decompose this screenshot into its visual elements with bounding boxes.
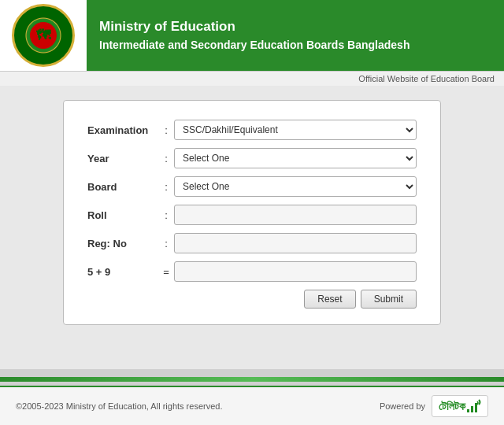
- teletalk-logo: টেলিটক: [432, 395, 488, 417]
- captcha-row: 5 + 9 =: [87, 261, 417, 282]
- footer-right: Powered by টেলিটক: [380, 395, 488, 417]
- green-accent-bar: [0, 377, 504, 382]
- svg-rect-2: [475, 403, 477, 412]
- roll-label: Roll: [87, 209, 158, 221]
- map-icon: 🗺: [36, 28, 50, 44]
- captcha-label: 5 + 9: [87, 266, 158, 278]
- form-container: Examination : SSC/Dakhil/Equivalent HSC/…: [63, 100, 441, 325]
- main-content: Examination : SSC/Dakhil/Equivalent HSC/…: [0, 86, 504, 369]
- teletalk-brand-text: টেলিটক: [439, 400, 465, 413]
- examination-select[interactable]: SSC/Dakhil/Equivalent HSC/Alim/Equivalen…: [174, 120, 417, 140]
- header: 🗺 Ministry of Education Intermediate and…: [0, 0, 504, 71]
- reg-label: Reg: No: [87, 238, 158, 249]
- ministry-title: Ministry of Education: [99, 19, 410, 35]
- reg-input[interactable]: [174, 233, 417, 253]
- roll-row: Roll :: [87, 205, 417, 225]
- year-colon: :: [158, 153, 174, 164]
- year-label: Year: [87, 153, 158, 164]
- reg-colon: :: [158, 238, 174, 249]
- board-select[interactable]: Select One Dhaka Chittagong Rajshahi Syl…: [174, 176, 417, 197]
- logo-inner-circle: 🗺: [30, 22, 57, 49]
- examination-label: Examination: [87, 124, 158, 136]
- ministry-subtitle: Intermediate and Secondary Education Boa…: [99, 38, 410, 52]
- government-seal: 🗺: [12, 4, 75, 67]
- svg-rect-0: [467, 409, 469, 412]
- board-row: Board : Select One Dhaka Chittagong Rajs…: [87, 176, 417, 197]
- header-text-area: Ministry of Education Intermediate and S…: [87, 0, 422, 71]
- svg-rect-1: [471, 406, 473, 412]
- official-bar: Official Website of Education Board: [0, 71, 504, 86]
- submit-button[interactable]: Submit: [361, 290, 417, 309]
- roll-colon: :: [158, 209, 174, 221]
- form-buttons: Reset Submit: [87, 290, 417, 309]
- captcha-input[interactable]: [174, 261, 417, 282]
- reg-row: Reg: No :: [87, 233, 417, 253]
- footer: ©2005-2023 Ministry of Education, All ri…: [0, 386, 504, 425]
- year-select[interactable]: Select One 2023 2022 2021 2020: [174, 148, 417, 168]
- roll-input[interactable]: [174, 205, 417, 225]
- teletalk-signal-icon: [465, 398, 481, 414]
- reset-button[interactable]: Reset: [304, 290, 355, 309]
- examination-colon: :: [158, 124, 174, 136]
- board-label: Board: [87, 181, 158, 193]
- footer-copyright: ©2005-2023 Ministry of Education, All ri…: [16, 401, 222, 411]
- official-text: Official Website of Education Board: [358, 74, 495, 83]
- board-colon: :: [158, 181, 174, 193]
- examination-row: Examination : SSC/Dakhil/Equivalent HSC/…: [87, 120, 417, 140]
- year-row: Year : Select One 2023 2022 2021 2020: [87, 148, 417, 168]
- captcha-equals: =: [158, 266, 174, 278]
- logo-container: 🗺: [0, 0, 87, 71]
- powered-by-text: Powered by: [380, 401, 425, 411]
